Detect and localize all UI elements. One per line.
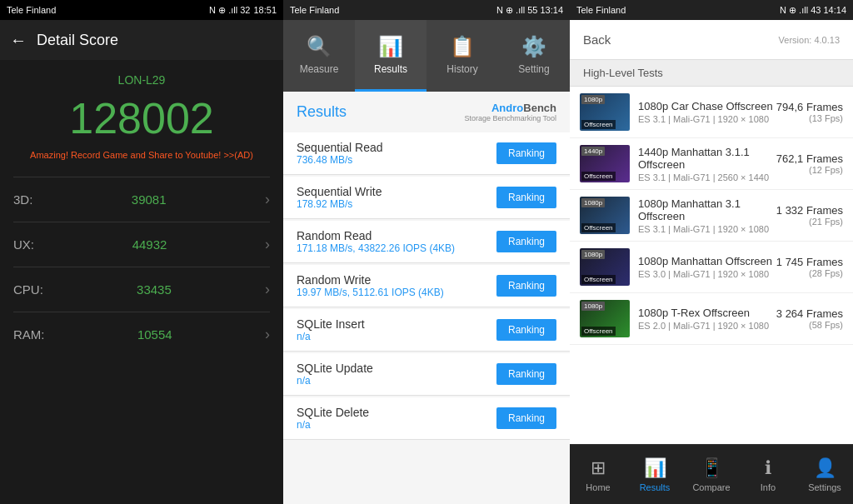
tab-setting[interactable]: ⚙️ Setting	[498, 20, 570, 92]
score-row-3d[interactable]: 3D: 39081 ›	[13, 177, 270, 222]
score-row-cpu[interactable]: CPU: 33435 ›	[13, 267, 270, 312]
gfx-nav-compare[interactable]: 📱 Compare	[683, 445, 740, 504]
tab-history[interactable]: 📋 History	[426, 20, 498, 92]
gfx-fps-3: (28 Fps)	[776, 268, 843, 278]
bench-value-3: 19.97 MB/s, 5112.61 IOPS (4KB)	[297, 287, 444, 298]
bench-item-2: Random Read 171.18 MB/s, 43822.26 IOPS (…	[283, 221, 570, 263]
bench-info-4: SQLite Insert n/a	[297, 317, 365, 342]
time-2: 13:14	[540, 5, 563, 15]
bench-item-1: Sequential Write 178.92 MB/s Ranking	[283, 177, 570, 219]
ranking-button-1[interactable]: Ranking	[496, 187, 556, 208]
bench-value-5: n/a	[297, 375, 373, 387]
gfx-nav-label-1: Results	[640, 482, 671, 492]
gfx-nav-info[interactable]: ℹ Info	[740, 445, 796, 504]
bench-info-1: Sequential Write 178.92 MB/s	[297, 185, 382, 210]
bench-value-6: n/a	[297, 419, 369, 431]
gfx-nav-label-3: Info	[761, 482, 776, 492]
tab-measure[interactable]: 🔍 Measure	[283, 20, 355, 92]
score-value-cpu: 33435	[137, 282, 172, 297]
gfx-thumb-3: 1080p Offscreen	[580, 248, 630, 286]
bench-info-2: Random Read 171.18 MB/s, 43822.26 IOPS (…	[297, 229, 455, 254]
tab-history-label: History	[446, 63, 477, 75]
bench-value-0: 736.48 MB/s	[297, 154, 383, 166]
gfx-nav-icon-3: ℹ	[765, 457, 771, 479]
gfx-test-list: 1080p Offscreen 1080p Car Chase Offscree…	[570, 87, 853, 444]
gfx-test-sub-0: ES 3.1 | Mali-G71 | 1920 × 1080	[638, 114, 776, 124]
gfx-info-0: 1080p Car Chase Offscreen ES 3.1 | Mali-…	[638, 100, 776, 124]
bench-value-1: 178.92 MB/s	[297, 198, 382, 210]
tab-measure-label: Measure	[300, 63, 339, 75]
ranking-button-3[interactable]: Ranking	[496, 275, 556, 297]
gfx-test-name-2: 1080p Manhattan 3.1 Offscreen	[638, 197, 776, 222]
status-bar-2: Tele Finland N ⊕ .ıll 55 13:14	[283, 0, 570, 20]
tab-results[interactable]: 📊 Results	[355, 20, 426, 92]
gfx-badge-2: 1080p	[581, 198, 605, 207]
measure-icon: 🔍	[307, 35, 332, 58]
gfx-score-1: 762,1 Frames (12 Fps)	[776, 152, 843, 175]
gfx-fps-0: (13 Fps)	[776, 113, 843, 123]
panel-detail-score: Tele Finland N ⊕ .ıll 32 18:51 ← Detail …	[0, 0, 283, 504]
gfx-info-4: 1080p T-Rex Offscreen ES 2.0 | Mali-G71 …	[638, 307, 776, 331]
gfx-back-button[interactable]: Back	[583, 32, 611, 47]
gfx-label-1: Offscreen	[581, 172, 616, 181]
gfx-test-name-1: 1440p Manhattan 3.1.1 Offscreen	[638, 146, 776, 171]
gfx-fps-1: (12 Fps)	[776, 165, 843, 175]
gfx-badge-1: 1440p	[581, 147, 605, 156]
tab-results-label: Results	[374, 63, 407, 75]
bench-info-5: SQLite Update n/a	[297, 362, 373, 387]
gfx-score-2: 1 332 Frames (21 Fps)	[776, 204, 843, 227]
time-3: 14:14	[823, 5, 846, 15]
andro-logo-sub: Storage Benchmarking Tool	[465, 114, 556, 122]
bench-item-3: Random Write 19.97 MB/s, 5112.61 IOPS (4…	[283, 265, 570, 307]
tab-setting-label: Setting	[518, 63, 549, 75]
gfx-nav-label-4: Settings	[808, 482, 841, 492]
gfx-score-value-0: 794,6 Frames	[776, 101, 843, 113]
ranking-button-5[interactable]: Ranking	[496, 363, 556, 385]
carrier-2: Tele Finland	[290, 5, 339, 15]
bench-value-4: n/a	[297, 331, 365, 342]
gfx-test-sub-1: ES 3.1 | Mali-G71 | 2560 × 1440	[638, 172, 776, 182]
ranking-button-2[interactable]: Ranking	[496, 231, 556, 252]
results-title: Results	[297, 103, 347, 121]
andro-logo-text: AndroBench	[491, 102, 556, 114]
gfx-test-name-0: 1080p Car Chase Offscreen	[638, 100, 776, 112]
score-row-ram[interactable]: RAM: 10554 ›	[13, 312, 270, 357]
gfx-badge-4: 1080p	[581, 302, 605, 311]
score-content: LON-L29 128002 Amazing! Record Game and …	[0, 60, 283, 504]
bench-item-0: Sequential Read 736.48 MB/s Ranking	[283, 132, 570, 175]
gfx-nav-home[interactable]: ⊞ Home	[570, 445, 626, 504]
gfx-fps-2: (21 Fps)	[776, 217, 843, 227]
bench-item-4: SQLite Insert n/a Ranking	[283, 309, 570, 352]
bench-info-0: Sequential Read 736.48 MB/s	[297, 141, 383, 166]
gfx-nav-settings[interactable]: 👤 Settings	[796, 445, 853, 504]
andro-logo: AndroBench Storage Benchmarking Tool	[465, 102, 556, 122]
score-value-ux: 44932	[132, 237, 167, 252]
gfx-score-4: 3 264 Frames (58 Fps)	[776, 307, 843, 330]
gfx-score-value-4: 3 264 Frames	[776, 307, 843, 320]
gfx-score-value-2: 1 332 Frames	[776, 204, 843, 217]
ranking-button-0[interactable]: Ranking	[496, 142, 556, 164]
score-label-ux: UX:	[13, 237, 34, 252]
gfx-thumb-2: 1080p Offscreen	[580, 197, 630, 234]
gfx-test-name-3: 1080p Manhattan Offscreen	[638, 255, 776, 267]
gfx-label-0: Offscreen	[581, 120, 616, 129]
gfx-score-3: 1 745 Frames (28 Fps)	[776, 256, 843, 278]
panel-gfxbench: Tele Finland N ⊕ .ıll 43 14:14 Back Vers…	[570, 0, 853, 504]
gfx-nav-label-2: Compare	[692, 482, 730, 492]
bench-name-6: SQLite Delete	[297, 406, 369, 419]
carrier-1: Tele Finland	[7, 5, 56, 15]
gfx-nav-results[interactable]: 📊 Results	[626, 445, 683, 504]
ranking-button-6[interactable]: Ranking	[496, 407, 556, 429]
status-bar-1: Tele Finland N ⊕ .ıll 32 18:51	[0, 0, 283, 20]
bench-name-0: Sequential Read	[297, 141, 383, 154]
gfx-test-name-4: 1080p T-Rex Offscreen	[638, 307, 776, 319]
setting-icon: ⚙️	[521, 35, 546, 58]
ranking-button-4[interactable]: Ranking	[496, 319, 556, 341]
status-right-3: N ⊕ .ıll 43 14:14	[780, 5, 846, 16]
back-button-1[interactable]: ←	[10, 31, 27, 50]
gfx-info-2: 1080p Manhattan 3.1 Offscreen ES 3.1 | M…	[638, 197, 776, 234]
score-row-ux[interactable]: UX: 44932 ›	[13, 222, 270, 267]
panel-androbench: Tele Finland N ⊕ .ıll 55 13:14 🔍 Measure…	[283, 0, 570, 504]
status-bar-3: Tele Finland N ⊕ .ıll 43 14:14	[570, 0, 853, 20]
gfx-badge-3: 1080p	[581, 250, 605, 259]
